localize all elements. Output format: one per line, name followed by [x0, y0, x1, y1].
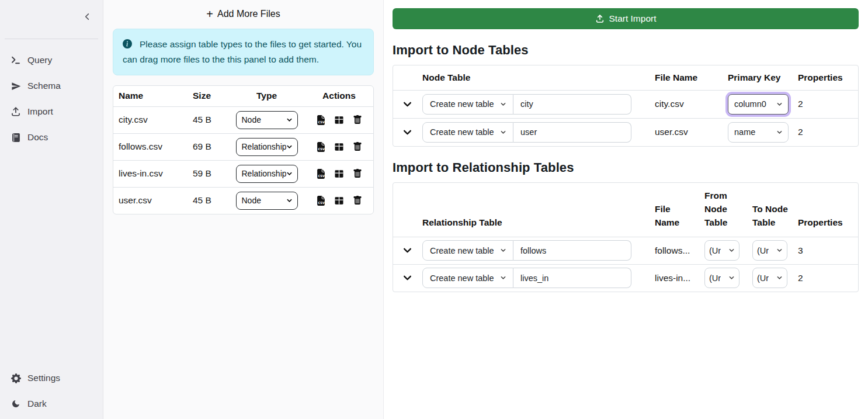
sidebar-item-schema[interactable]: Schema [11, 78, 103, 94]
sidebar-item-import[interactable]: Import [11, 103, 103, 120]
chevron-left-icon [83, 12, 92, 21]
row-file-name: lives-in... [649, 264, 699, 292]
column-header-actions: Actions [303, 86, 374, 106]
preview-csv-button[interactable]: CSV [316, 115, 327, 125]
expand-row-button[interactable] [401, 272, 413, 284]
column-header-node-table: Node Table [416, 65, 649, 90]
view-table-button[interactable] [334, 141, 345, 152]
chevron-down-icon [402, 127, 412, 137]
row-file-name: follows... [649, 237, 699, 264]
chevron-down-icon [776, 129, 783, 136]
sidebar-nav: Query Schema Import Docs [0, 39, 103, 155]
start-import-button[interactable]: Start Import [393, 8, 859, 29]
chevron-down-icon [500, 247, 506, 254]
delete-file-button[interactable] [352, 195, 363, 206]
column-header-from-node-table: From Node Table [699, 183, 747, 237]
delete-file-button[interactable] [352, 168, 363, 179]
trash-icon [353, 115, 362, 124]
node-tables-title: Import to Node Tables [393, 43, 859, 58]
node-import-row: Create new table city.csv column0 [393, 90, 858, 118]
sidebar-item-label: Schema [27, 81, 61, 91]
trash-icon [353, 142, 362, 151]
expand-row-button[interactable] [401, 126, 413, 138]
trash-icon [353, 169, 362, 178]
file-type-select[interactable]: Relationship [236, 165, 298, 183]
column-header-type: Type [230, 86, 303, 106]
relationship-tables-table: Relationship Table File Name From Node T… [393, 182, 859, 292]
relationship-table-header-row: Relationship Table File Name From Node T… [393, 183, 858, 237]
file-row: lives-in.csv 59 B Relationship CSV [113, 160, 374, 187]
book-icon [11, 132, 21, 143]
info-alert-text: Please assign table types to the files t… [123, 39, 362, 64]
chevron-down-icon [286, 144, 293, 150]
import-panel: Start Import Import to Node Tables Node … [384, 0, 868, 419]
row-file-name: user.csv [649, 118, 722, 146]
file-size: 59 B [188, 160, 230, 187]
add-more-files-button[interactable]: + Add More Files [113, 0, 374, 25]
preview-csv-button[interactable]: CSV [316, 141, 327, 152]
file-type-select[interactable]: Node [236, 111, 298, 129]
csv-file-icon: CSV [316, 142, 326, 152]
node-import-row: Create new table user.csv name [393, 118, 858, 146]
table-icon [334, 196, 344, 206]
delete-file-button[interactable] [352, 141, 363, 152]
preview-csv-button[interactable]: CSV [316, 195, 327, 206]
svg-text:CSV: CSV [318, 201, 325, 205]
chevron-down-icon [286, 171, 293, 177]
chevron-down-icon [728, 247, 735, 254]
chevron-down-icon [776, 247, 783, 254]
table-mode-select[interactable]: Create new table [422, 122, 513, 143]
sidebar-item-settings[interactable]: Settings [11, 370, 103, 386]
column-header-name: Name [113, 86, 188, 106]
sidebar-item-label: Query [27, 55, 52, 65]
table-name-input[interactable] [513, 268, 631, 288]
sidebar-item-label: Docs [27, 132, 48, 143]
table-mode-select[interactable]: Create new table [422, 240, 513, 261]
preview-csv-button[interactable]: CSV [316, 168, 327, 179]
sidebar-item-dark-mode[interactable]: Dark [11, 396, 103, 412]
view-table-button[interactable] [334, 168, 345, 179]
expand-row-button[interactable] [401, 245, 413, 257]
primary-key-select[interactable]: column0 [728, 94, 789, 115]
to-node-table-select[interactable]: (Ur [752, 268, 787, 288]
column-header-size: Size [188, 86, 230, 106]
table-mode-select[interactable]: Create new table [422, 268, 513, 288]
file-name: lives-in.csv [113, 160, 188, 187]
table-mode-select[interactable]: Create new table [422, 94, 513, 115]
column-header-to-node-table: To Node Table [747, 183, 793, 237]
svg-text:CSV: CSV [318, 120, 325, 123]
file-name: user.csv [113, 187, 188, 214]
sidebar-collapse-button[interactable] [81, 10, 93, 23]
file-type-select[interactable]: Node [236, 192, 298, 210]
file-type-select[interactable]: Relationship [236, 138, 298, 156]
file-size: 69 B [188, 133, 230, 160]
table-name-input[interactable] [513, 94, 631, 115]
primary-key-select[interactable]: name [728, 122, 789, 143]
sidebar-item-query[interactable]: Query [11, 52, 103, 68]
table-name-input[interactable] [513, 122, 631, 143]
from-node-table-select[interactable]: (Ur [704, 240, 739, 261]
delete-file-button[interactable] [352, 115, 363, 125]
add-more-files-label: Add More Files [217, 9, 280, 19]
info-alert: Please assign table types to the files t… [113, 29, 374, 75]
gear-icon [11, 373, 21, 383]
chevron-down-icon [402, 245, 412, 255]
chevron-down-icon [728, 275, 735, 281]
expand-row-button[interactable] [401, 98, 413, 110]
chevron-down-icon [500, 129, 506, 136]
file-row: user.csv 45 B Node CSV [113, 187, 374, 214]
start-import-label: Start Import [609, 13, 657, 24]
node-tables-table: Node Table File Name Primary Key Propert… [393, 65, 859, 147]
sidebar-item-label: Settings [27, 373, 60, 383]
column-header-relationship-table: Relationship Table [416, 183, 649, 237]
table-name-input[interactable] [513, 240, 631, 261]
sidebar-item-docs[interactable]: Docs [11, 129, 103, 146]
view-table-button[interactable] [334, 195, 345, 206]
node-table-header-row: Node Table File Name Primary Key Propert… [393, 65, 858, 90]
csv-file-icon: CSV [316, 196, 326, 206]
view-table-button[interactable] [334, 115, 345, 125]
to-node-table-select[interactable]: (Ur [752, 240, 787, 261]
sidebar: Query Schema Import Docs [0, 0, 103, 419]
trash-icon [353, 196, 362, 205]
from-node-table-select[interactable]: (Ur [704, 268, 739, 288]
